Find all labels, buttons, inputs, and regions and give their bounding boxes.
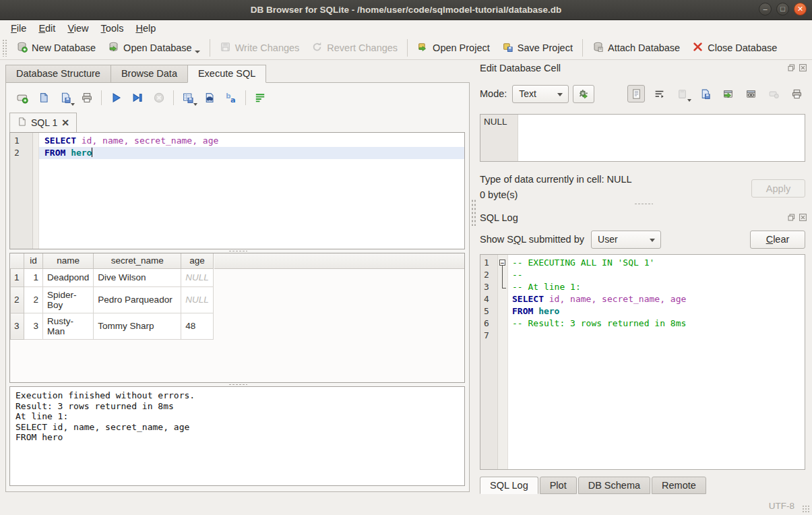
menu-edit[interactable]: Edit (32, 22, 61, 34)
tab-browse-data[interactable]: Browse Data (111, 65, 187, 83)
close-dock-icon[interactable] (799, 63, 807, 72)
close-dock-icon[interactable] (799, 213, 807, 222)
format-sql-icon[interactable]: ba (222, 89, 240, 107)
results-grid: idnamesecret_nameage11DeadpondDive Wilso… (9, 253, 465, 383)
log-code: -- EXECUTING ALL IN 'SQL 1'---- At line … (508, 255, 805, 469)
open-project-button[interactable]: Open Project (411, 38, 496, 58)
editor-fold-margin (33, 133, 39, 249)
save-sql-file-icon[interactable] (57, 89, 74, 107)
sql-tab-label: SQL 1 (31, 117, 57, 128)
mode-select-value: Text (519, 88, 536, 99)
cell-edit-area[interactable] (518, 115, 805, 161)
row-number[interactable]: 3 (11, 313, 24, 339)
print-cell-icon[interactable] (788, 85, 805, 102)
close-database-button[interactable]: Close Database (686, 38, 783, 58)
log-line: -- EXECUTING ALL IN 'SQL 1' (508, 257, 805, 269)
table-cell[interactable]: 2 (24, 286, 43, 313)
dock2-splitter-handle[interactable] (475, 203, 812, 206)
table-cell[interactable]: NULL (181, 268, 214, 286)
open-database-button[interactable]: Open Database (102, 38, 206, 58)
column-header-id[interactable]: id (24, 253, 43, 268)
maximize-icon[interactable]: □ (776, 3, 789, 16)
sql-log-view[interactable]: 1234567 − -- EXECUTING ALL IN 'SQL 1'---… (480, 254, 805, 470)
dropdown-caret-icon[interactable] (195, 51, 200, 53)
save-project-button[interactable]: Save Project (496, 38, 579, 58)
execute-line-icon[interactable] (129, 89, 146, 107)
menu-help[interactable]: Help (129, 22, 162, 34)
table-cell[interactable]: Tommy Sharp (94, 313, 181, 339)
row-number[interactable]: 2 (11, 286, 24, 313)
mode-select[interactable]: Text (512, 85, 569, 103)
table-cell[interactable]: Spider-Boy (43, 286, 94, 313)
toolbar-grip-handle[interactable] (2, 39, 8, 57)
table-cell[interactable]: 1 (24, 268, 43, 286)
revert-changes-icon (311, 41, 323, 55)
line-number: 5 (484, 305, 497, 317)
apply-button[interactable]: Apply (751, 179, 805, 198)
project-save-icon (502, 41, 513, 55)
dock-tab-sql-log[interactable]: SQL Log (480, 477, 538, 494)
menu-file[interactable]: File (5, 22, 32, 34)
tab-database-structure[interactable]: Database Structure (5, 65, 111, 83)
auto-mode-gear-icon[interactable] (573, 85, 594, 103)
sql-tab[interactable]: SQL 1 ✕ (9, 113, 77, 132)
column-header-age[interactable]: age (181, 253, 214, 268)
row-number[interactable]: 1 (11, 268, 24, 286)
new-sql-tab-icon[interactable] (13, 89, 31, 107)
tab-execute-sql[interactable]: Execute SQL (187, 65, 266, 83)
sql-log-filter-row: Show SQL submitted by User Clear (480, 230, 805, 249)
log-filter-select[interactable]: User (591, 231, 661, 249)
column-header-name[interactable]: name (43, 253, 94, 268)
web-link-icon[interactable] (742, 85, 759, 102)
minimize-icon[interactable]: – (759, 3, 772, 16)
fold-marker-icon[interactable]: − (498, 257, 507, 269)
dock-tab-remote[interactable]: Remote (652, 477, 706, 494)
close-icon[interactable]: ✕ (794, 3, 807, 16)
close-tab-icon[interactable]: ✕ (61, 117, 69, 128)
text-document-icon[interactable] (627, 85, 645, 102)
sql-editor[interactable]: 12 SELECT id, name, secret_name, ageFROM… (9, 132, 465, 249)
toolbar-separator (245, 90, 246, 105)
log-line: -- At line 1: (508, 281, 805, 293)
table-row: 11DeadpondDive WilsonNULL (11, 268, 214, 286)
execute-all-icon[interactable] (107, 89, 125, 107)
column-header-secret_name[interactable]: secret_name (94, 253, 181, 268)
print-icon[interactable] (78, 89, 96, 107)
dock-tab-db-schema[interactable]: DB Schema (578, 477, 650, 494)
save-results-icon[interactable] (179, 89, 197, 107)
clear-log-button[interactable]: Clear (750, 231, 805, 249)
statusbar: UTF-8 (0, 497, 812, 515)
table-cell[interactable]: 48 (181, 313, 214, 339)
fold-margin-cell (498, 305, 507, 317)
cell-value-editor[interactable]: NULL (480, 114, 805, 162)
menu-tools[interactable]: Tools (95, 22, 130, 34)
resize-grip[interactable] (802, 505, 810, 513)
table-cell[interactable]: Deadpond (43, 268, 94, 286)
toolbar-separator (101, 90, 102, 105)
encoding-indicator[interactable]: UTF-8 (769, 501, 794, 511)
open-sql-file-icon[interactable] (35, 89, 53, 107)
row-number-header[interactable] (11, 253, 24, 268)
log-fold-margin: − (498, 255, 508, 469)
table-cell[interactable]: NULL (181, 286, 214, 313)
float-dock-icon[interactable] (787, 213, 796, 222)
table-cell[interactable]: Pedro Parqueador (94, 286, 181, 313)
float-dock-icon[interactable] (787, 63, 796, 72)
editor-code[interactable]: SELECT id, name, secret_name, ageFROM he… (39, 133, 464, 249)
attach-database-button[interactable]: Attach Database (586, 38, 686, 58)
table-cell[interactable]: 3 (24, 313, 43, 339)
menu-view[interactable]: View (61, 22, 94, 34)
titlebar: DB Browser for SQLite - /home/user/code/… (0, 0, 812, 20)
new-database-button[interactable]: New Database (10, 38, 102, 58)
word-wrap-cell-icon[interactable] (650, 85, 668, 102)
export-data-icon[interactable] (696, 85, 714, 102)
cell-editor-toolbar (627, 85, 805, 102)
log-line (508, 330, 805, 342)
find-in-sql-icon[interactable] (201, 89, 218, 107)
word-wrap-icon[interactable] (251, 89, 269, 107)
table-cell[interactable]: Rusty-Man (43, 313, 94, 339)
mode-label: Mode: (480, 88, 507, 99)
dock-tab-plot[interactable]: Plot (540, 477, 577, 494)
open-external-icon[interactable] (719, 85, 737, 102)
table-cell[interactable]: Dive Wilson (94, 268, 181, 286)
